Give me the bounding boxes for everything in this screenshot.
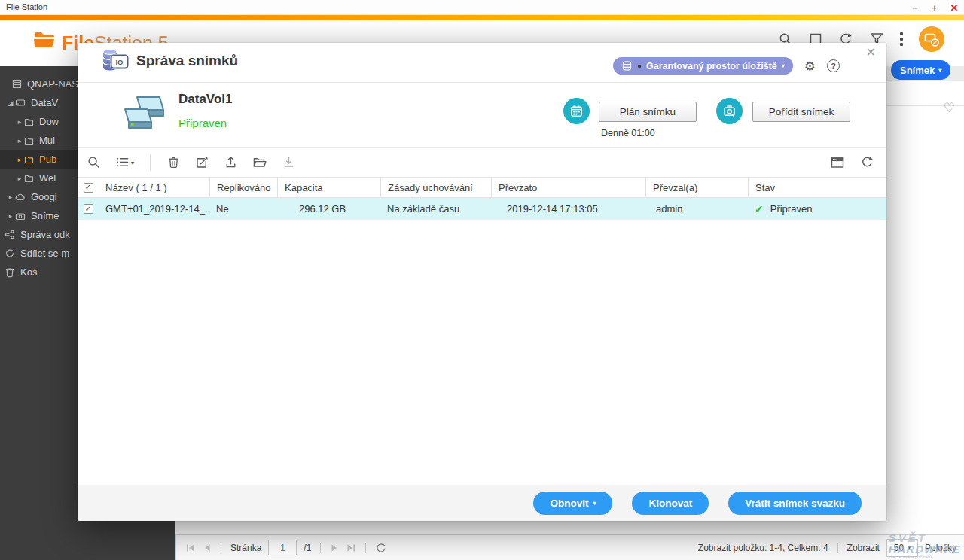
dialog-close-icon[interactable]: ✕ — [866, 45, 876, 59]
more-icon[interactable] — [900, 32, 903, 46]
snapshot-dropdown-button[interactable]: Snímek ▾ — [891, 60, 950, 80]
refresh-list-icon[interactable] — [375, 542, 387, 554]
upload-icon[interactable] — [224, 155, 238, 169]
volume-icon — [15, 98, 26, 108]
first-page-icon[interactable] — [185, 543, 196, 553]
cloud-icon — [15, 193, 26, 202]
divider — [150, 154, 151, 171]
chevron-down-icon: ▾ — [938, 67, 941, 74]
help-icon[interactable]: ? — [827, 59, 840, 72]
folder-icon — [24, 155, 34, 164]
snapshot-row[interactable]: ✓ GMT+01_2019-12-14_... Ne 296.12 GB Na … — [78, 198, 886, 220]
trash-icon — [5, 267, 15, 278]
dialog-header: IO Správa snímků ● Garantovaný prostor ú… — [78, 43, 886, 83]
items-label: Položky — [925, 543, 956, 553]
snapshot-taken-by: admin — [645, 203, 748, 215]
page-input[interactable] — [268, 540, 297, 555]
caret-right-icon[interactable]: ▸ — [15, 137, 24, 145]
column-retention[interactable]: Zásady uchovávání — [380, 178, 491, 197]
caret-right-icon[interactable]: ▸ — [15, 156, 24, 163]
caret-expanded-icon[interactable]: ◢ — [6, 99, 15, 107]
snapshot-status-label: Připraven — [770, 203, 813, 215]
window-close-button[interactable]: ✕ — [944, 2, 964, 14]
row-checkbox[interactable]: ✓ — [78, 204, 99, 214]
column-status[interactable]: Stav — [748, 178, 886, 197]
volume-drives-icon — [120, 93, 166, 135]
sidebar-item-label: Wel — [39, 172, 56, 184]
toolbar-right — [830, 155, 886, 169]
page-size-value: 50 — [894, 543, 904, 553]
clone-button[interactable]: Klonovat — [632, 492, 709, 515]
sidebar-item-label: Dow — [39, 116, 59, 127]
check-icon: ✓ — [755, 203, 764, 215]
storage-icon — [621, 60, 633, 72]
next-page-icon[interactable] — [330, 543, 339, 553]
items-info: Zobrazit položku: 1-4, Celkem: 4 — [698, 543, 828, 553]
snapshot-retention: Na základě času — [380, 203, 491, 215]
revert-volume-button[interactable]: Vrátit snímek svazku — [728, 492, 862, 515]
chevron-down-icon: ▾ — [131, 160, 134, 166]
guaranteed-space-button[interactable]: ● Garantovaný prostor úložiště ▾ — [613, 57, 793, 75]
sidebar-item-label: Koš — [20, 266, 37, 278]
folder-icon — [24, 136, 34, 145]
caret-right-icon[interactable]: ▸ — [15, 118, 24, 126]
page-size-select[interactable]: 50 ▾ — [886, 539, 918, 557]
column-capacity[interactable]: Kapacita — [277, 178, 380, 197]
camera-icon — [15, 212, 26, 221]
column-name[interactable]: Název ( 1 / 1 ) — [99, 182, 209, 193]
column-taken[interactable]: Převzato — [491, 178, 645, 197]
edit-icon[interactable] — [195, 155, 209, 169]
sidebar-item-label: Googl — [31, 191, 57, 202]
minimize-button[interactable]: − — [905, 2, 925, 14]
folder-logo-icon — [33, 29, 56, 49]
chevron-down-icon: ▾ — [593, 500, 596, 507]
column-taken-by[interactable]: Převzal(a) — [645, 178, 748, 197]
last-page-icon[interactable] — [346, 543, 356, 553]
sidebar-item-label: QNAP-NAS — [27, 78, 78, 90]
panel-view-icon[interactable] — [830, 156, 845, 169]
take-snapshot-button[interactable]: Pořídit snímek — [752, 102, 850, 122]
chevron-down-icon: ▾ — [908, 544, 911, 551]
show-label: Zobrazit — [847, 543, 880, 553]
settings-gear-icon[interactable]: ⚙ — [804, 59, 816, 74]
take-snapshot-icon — [716, 98, 743, 124]
remote-session-icon[interactable] — [919, 26, 944, 52]
maximize-button[interactable]: + — [925, 2, 944, 14]
folder-icon[interactable] — [252, 155, 267, 169]
pagination-bar: Stránka /1 Zobrazit položku: 1-4, Celkem… — [175, 534, 964, 560]
sidebar-item-label: Sdílet se m — [20, 248, 69, 259]
accent-bar — [0, 15, 964, 20]
refresh-icon[interactable] — [860, 155, 874, 169]
window-titlebar: File Station − + ✕ — [0, 0, 964, 15]
caret-right-icon[interactable]: ▸ — [6, 193, 15, 201]
prev-page-icon[interactable] — [203, 543, 212, 553]
favorite-heart-icon[interactable]: ♡ — [944, 100, 955, 116]
list-view-icon[interactable]: ▾ — [115, 155, 134, 169]
chevron-down-icon: ▾ — [782, 62, 785, 69]
divider — [320, 543, 321, 553]
snapshot-manager-icon: IO — [100, 45, 130, 75]
volume-name: DataVol1 — [178, 92, 233, 107]
delete-icon[interactable] — [166, 155, 181, 169]
restore-dropdown-button[interactable]: Obnovit ▾ — [533, 492, 612, 515]
sidebar-item-label: Pub — [39, 154, 56, 165]
screen: File Station − + ✕ FileStation 5 — [0, 0, 964, 560]
snapshot-replicated: Ne — [209, 203, 277, 215]
schedule-calendar-icon — [563, 98, 590, 124]
dialog-title: Správa snímků — [136, 53, 238, 69]
svg-text:IO: IO — [115, 58, 123, 66]
schedule-info: Denně 01:00 — [601, 128, 655, 138]
caret-right-icon[interactable]: ▸ — [15, 175, 24, 182]
restore-label: Obnovit — [550, 498, 588, 509]
snapshot-manager-dialog: IO Správa snímků ● Garantovaný prostor ú… — [78, 43, 886, 521]
select-all-checkbox[interactable]: ✓ — [78, 183, 99, 193]
snapshot-schedule-button[interactable]: Plán snímku — [599, 102, 697, 122]
snapshot-status: ✓ Připraven — [748, 203, 886, 215]
caret-right-icon[interactable]: ▸ — [6, 212, 15, 220]
volume-section: DataVol1 Připraven Plán snímku Denně 01:… — [78, 83, 886, 148]
dialog-footer: Obnovit ▾ Klonovat Vrátit snímek svazku — [78, 485, 886, 521]
search-icon[interactable] — [87, 155, 101, 169]
snapshot-name: GMT+01_2019-12-14_... — [99, 203, 209, 215]
column-replicated[interactable]: Replikováno — [209, 178, 277, 197]
snapshot-taken: 2019-12-14 17:13:05 — [491, 203, 645, 215]
